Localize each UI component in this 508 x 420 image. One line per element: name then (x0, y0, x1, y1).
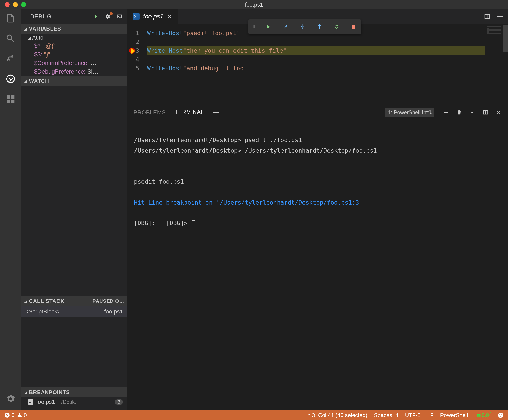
breakpoint-row[interactable]: ✓ foo.ps1 ~/Desk.. 3 (21, 397, 127, 407)
editor[interactable]: 1 2 3 4 5 Write-Host "psedit foo.ps1" Wr… (127, 25, 508, 105)
callstack-frame[interactable]: <ScriptBlock> foo.ps1 (21, 306, 127, 317)
gutter: 1 2 3 4 5 (127, 25, 147, 105)
panel: PROBLEMS TERMINAL ••• 1: PowerShell Int … (127, 105, 508, 410)
variables-header[interactable]: ◢VARIABLES (21, 24, 127, 34)
code-line[interactable] (147, 55, 485, 64)
svg-point-3 (501, 414, 502, 415)
stop-icon[interactable] (350, 23, 357, 30)
titlebar: foo.ps1 (0, 0, 508, 9)
close-tab-icon[interactable]: ✕ (167, 13, 172, 21)
traffic-lights (0, 2, 26, 7)
extensions-icon[interactable] (6, 94, 16, 104)
tab-problems[interactable]: PROBLEMS (134, 109, 166, 116)
linenum: 1 (136, 29, 139, 37)
text-lines[interactable]: Write-Host "psedit foo.ps1" Write-Host "… (147, 25, 485, 105)
minimize-window-button[interactable] (13, 2, 18, 7)
linenum: 4 (136, 55, 139, 64)
status-errors[interactable]: 0 (4, 412, 15, 419)
panel-tabs: PROBLEMS TERMINAL ••• 1: PowerShell Int … (127, 105, 508, 120)
step-over-icon[interactable] (281, 23, 289, 30)
editor-scrollbar[interactable] (502, 25, 508, 105)
linenum: 3 (136, 46, 139, 55)
code-line-current[interactable]: Write-Host "then you can edit this file" (147, 46, 485, 55)
code-line[interactable] (147, 37, 485, 46)
status-eol[interactable]: LF (427, 412, 433, 419)
status-encoding[interactable]: UTF-8 (405, 412, 421, 419)
scrollbar-thumb[interactable] (503, 25, 508, 52)
tab-label: foo.ps1 (143, 13, 163, 20)
variable-row[interactable]: $ConfirmPreference: … (21, 59, 127, 67)
linenum: 2 (136, 37, 139, 46)
breakpoints-body: ✓ foo.ps1 ~/Desk.. 3 (21, 397, 127, 410)
window-title: foo.ps1 (245, 1, 263, 8)
breakpoints-header[interactable]: ◢BREAKPOINTS (21, 387, 127, 397)
settings-icon[interactable] (6, 394, 16, 404)
start-debug-icon[interactable] (93, 13, 99, 20)
kill-terminal-icon[interactable] (456, 109, 462, 116)
tab-foo-ps1[interactable]: >_ foo.ps1 ✕ (127, 9, 178, 24)
tab-terminal[interactable]: TERMINAL (175, 109, 204, 116)
variables-body: ◢Auto $^: "@{" $$: "}" $ConfirmPreferenc… (21, 34, 127, 76)
current-line-arrow-icon (131, 48, 135, 54)
restart-icon[interactable] (333, 23, 340, 30)
variables-group-auto[interactable]: ◢Auto (21, 34, 127, 42)
minimap[interactable] (485, 25, 502, 105)
debug-toolbar-drag-handle[interactable]: ⠿ (252, 24, 254, 29)
close-panel-icon[interactable] (496, 109, 502, 116)
debug-console-icon[interactable] (116, 13, 122, 20)
callstack-header[interactable]: ◢CALL STACKPAUSED O… (21, 296, 127, 306)
terminal[interactable]: /Users/tylerleonhardt/Desktop> psedit ./… (127, 120, 508, 410)
sidebar-title: DEBUG (21, 9, 127, 24)
status-cursor-pos[interactable]: Ln 3, Col 41 (40 selected) (304, 412, 367, 419)
feedback-icon[interactable] (497, 412, 504, 418)
debug-config-icon[interactable] (105, 13, 111, 20)
watch-body (21, 86, 127, 296)
terminal-selector[interactable]: 1: PowerShell Int ⇅ (385, 108, 434, 117)
debug-toolbar: ⠿ (248, 19, 361, 34)
watch-header[interactable]: ◢WATCH (21, 76, 127, 86)
status-bar: 0 0 Ln 3, Col 41 (40 selected) Spaces: 4… (0, 410, 508, 420)
variable-row[interactable]: $$: "}" (21, 50, 127, 59)
callstack-body: <ScriptBlock> foo.ps1 (21, 306, 127, 387)
debug-icon[interactable] (6, 74, 16, 84)
editor-group: >_ foo.ps1 ✕ ••• ⠿ (127, 9, 508, 410)
svg-point-2 (500, 414, 500, 415)
powershell-file-icon: >_ (133, 13, 140, 20)
svg-point-1 (498, 413, 503, 418)
search-icon[interactable] (6, 33, 16, 43)
linenum: 5 (136, 64, 139, 72)
variable-row[interactable]: $DebugPreference: Si… (21, 67, 127, 76)
zoom-window-button[interactable] (21, 2, 26, 7)
status-warnings[interactable]: 0 (17, 412, 27, 419)
close-window-button[interactable] (5, 2, 10, 7)
status-spaces[interactable]: Spaces: 4 (374, 412, 398, 419)
activity-bar (0, 9, 21, 410)
code-line[interactable]: Write-Host "and debug it too" (147, 64, 485, 72)
more-actions-icon[interactable]: ••• (497, 13, 503, 20)
body: DEBUG ◢VARIABLES ◢Auto $^: "@{" $$: "}" … (0, 9, 508, 410)
step-into-icon[interactable] (299, 23, 306, 30)
split-terminal-icon[interactable] (483, 109, 489, 116)
new-terminal-icon[interactable] (443, 109, 449, 116)
variable-row[interactable]: $^: "@{" (21, 42, 127, 50)
continue-icon[interactable] (264, 23, 272, 30)
status-ps-version[interactable]: 6.0 (475, 412, 491, 419)
explorer-icon[interactable] (6, 13, 16, 23)
step-out-icon[interactable] (316, 23, 323, 30)
maximize-panel-icon[interactable] (469, 109, 475, 116)
window: foo.ps1 DEBUG ◢VARIABLES ◢Aut (0, 0, 508, 420)
breakpoint-checkbox[interactable]: ✓ (28, 399, 33, 405)
terminal-cursor (192, 220, 195, 227)
source-control-icon[interactable] (6, 54, 16, 64)
split-editor-icon[interactable] (484, 13, 490, 20)
status-language[interactable]: PowerShell (440, 412, 468, 419)
sidebar-title-label: DEBUG (30, 13, 91, 20)
panel-more-icon[interactable]: ••• (213, 109, 219, 116)
sidebar: DEBUG ◢VARIABLES ◢Auto $^: "@{" $$: "}" … (21, 9, 127, 410)
